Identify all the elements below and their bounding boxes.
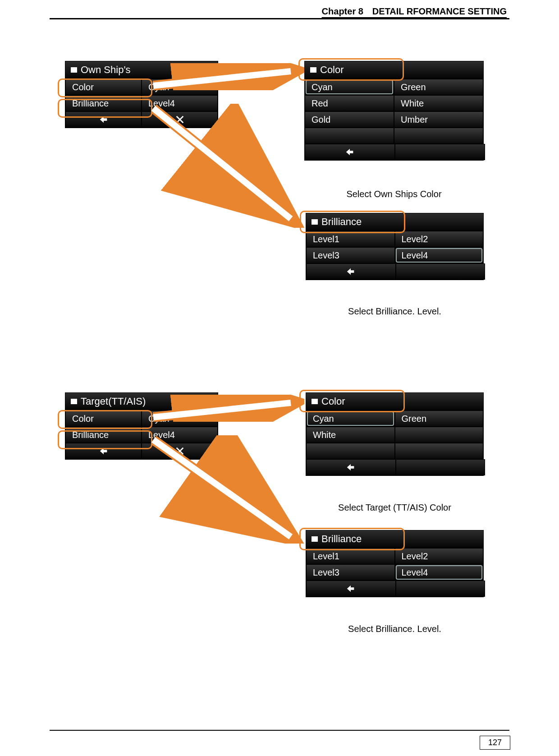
target-brilliance-label[interactable]: Brilliance <box>65 427 142 443</box>
own-ship-color-label[interactable]: Color <box>65 79 142 95</box>
target-title-text: Target(TT/AIS) <box>81 396 146 407</box>
flag-icon <box>312 536 318 542</box>
target-color-blank2: . <box>306 443 395 459</box>
back-arrow-icon <box>98 115 110 124</box>
flag-icon <box>71 67 77 73</box>
target-color-title-text: Color <box>321 396 345 407</box>
target-brilliance-menu-title: Brilliance <box>306 530 483 548</box>
close-button[interactable] <box>142 443 218 459</box>
back-button[interactable] <box>65 111 142 128</box>
own-ship-brilliance-menu: Brilliance Level1 Level2 Level3 Level4 . <box>306 213 484 280</box>
target-color-menu: Color Cyan Green White . . . . <box>306 392 484 476</box>
target-color-blank: . <box>395 427 484 443</box>
own-ship-color-value[interactable]: Cyan <box>142 79 218 95</box>
target-color-green[interactable]: Green <box>395 410 484 427</box>
brilliance-title-text: Brilliance <box>321 216 362 228</box>
target-brilliance-l1[interactable]: Level1 <box>306 548 395 564</box>
color-option-white[interactable]: White <box>394 95 483 111</box>
target-brilliance-menu: Brilliance Level1 Level2 Level3 Level4 . <box>306 530 484 597</box>
target-color-caption: Select Target (TT/AIS) Color <box>306 502 484 513</box>
own-ship-brilliance-value[interactable]: Level4 <box>142 95 218 111</box>
brilliance-option-l4[interactable]: Level4 <box>395 247 484 263</box>
blank-button: . <box>396 459 486 475</box>
target-brilliance-l2[interactable]: Level2 <box>395 548 484 564</box>
color-option-green[interactable]: Green <box>394 79 483 95</box>
color-option-blank1: . <box>305 128 394 144</box>
target-menu: Target(TT/AIS) Color Cyan Brilliance Lev… <box>65 392 218 460</box>
back-button[interactable] <box>306 263 396 280</box>
footer-rule <box>50 730 509 731</box>
flag-icon <box>312 399 318 404</box>
target-brilliance-value[interactable]: Level4 <box>142 427 218 443</box>
target-color-cyan[interactable]: Cyan <box>306 410 395 427</box>
target-color-value[interactable]: Cyan <box>142 410 218 427</box>
flag-icon <box>310 67 316 73</box>
back-button[interactable] <box>65 443 142 459</box>
color-option-umber[interactable]: Umber <box>394 111 483 128</box>
brilliance-option-l2[interactable]: Level2 <box>395 231 484 247</box>
target-color-white[interactable]: White <box>306 427 395 443</box>
target-color-blank3: . <box>395 443 484 459</box>
back-button[interactable] <box>305 144 395 160</box>
brilliance-option-l1[interactable]: Level1 <box>306 231 395 247</box>
color-title-text: Color <box>320 64 344 76</box>
flag-icon <box>312 219 318 225</box>
blank-button: . <box>396 581 486 597</box>
own-ship-title-text: Own Ship's <box>81 64 131 76</box>
color-menu-title: Color <box>305 61 483 79</box>
own-ship-brilliance-label[interactable]: Brilliance <box>65 95 142 111</box>
own-ship-menu: Own Ship's Color Cyan Brilliance Level4 <box>65 61 218 128</box>
own-ship-brilliance-caption: Select Brilliance. Level. <box>306 306 484 317</box>
color-option-red[interactable]: Red <box>305 95 394 111</box>
target-title: Target(TT/AIS) <box>65 393 218 410</box>
target-brilliance-title-text: Brilliance <box>321 533 362 545</box>
header-rule <box>50 18 509 19</box>
color-option-gold[interactable]: Gold <box>305 111 394 128</box>
back-arrow-icon <box>98 446 110 456</box>
own-ship-color-menu: Color Cyan Green Red White Gold Umber . … <box>304 61 484 161</box>
chapter-header: Chapter 8 DETAIL RFORMANCE SETTING <box>322 6 507 17</box>
blank-button: . <box>396 263 486 280</box>
target-color-menu-title: Color <box>306 393 483 410</box>
back-arrow-icon <box>345 267 357 277</box>
close-x-icon <box>174 115 186 124</box>
back-button[interactable] <box>306 459 396 475</box>
color-option-cyan[interactable]: Cyan <box>305 79 394 95</box>
close-button[interactable] <box>142 111 218 128</box>
flag-icon <box>71 399 77 404</box>
target-brilliance-l4[interactable]: Level4 <box>395 564 484 581</box>
back-arrow-icon <box>344 147 356 157</box>
brilliance-menu-title: Brilliance <box>306 213 483 231</box>
back-arrow-icon <box>345 462 357 472</box>
back-button[interactable] <box>306 581 396 597</box>
page-number: 127 <box>480 736 510 750</box>
color-option-blank2: . <box>394 128 483 144</box>
blank-button: . <box>395 144 485 160</box>
own-ship-color-caption: Select Own Ships Color <box>304 189 484 199</box>
own-ship-title: Own Ship's <box>65 61 218 79</box>
back-arrow-icon <box>345 584 357 594</box>
target-color-label[interactable]: Color <box>65 410 142 427</box>
brilliance-option-l3[interactable]: Level3 <box>306 247 395 263</box>
close-x-icon <box>174 446 186 456</box>
target-brilliance-caption: Select Brilliance. Level. <box>306 624 484 634</box>
target-brilliance-l3[interactable]: Level3 <box>306 564 395 581</box>
